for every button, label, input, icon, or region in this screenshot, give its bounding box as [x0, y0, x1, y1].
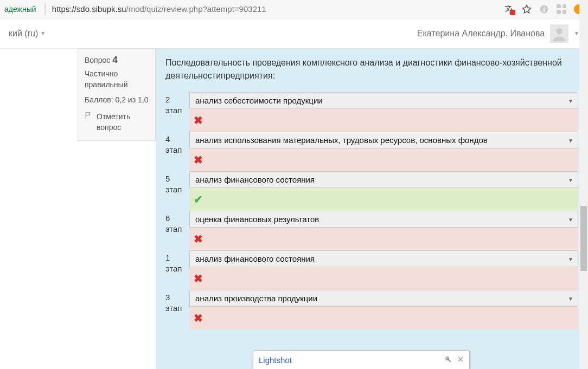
svg-marker-0	[523, 5, 531, 12]
answer-select-value: оценка финансовых результатов	[195, 215, 319, 224]
star-icon[interactable]	[522, 4, 532, 14]
answer-feedback: ✖	[189, 109, 578, 132]
answer-select[interactable]: анализ себестоимости продукции▼	[189, 92, 578, 109]
answer-select[interactable]: анализ финансового состояния▼	[189, 250, 578, 267]
answer-select-value: анализ производства продукции	[195, 294, 317, 303]
question-state: Частично правильный	[85, 69, 149, 90]
cross-icon: ✖	[194, 272, 203, 285]
cross-icon: ✖	[194, 232, 203, 245]
question-main: Последовательность проведения комплексно…	[156, 49, 588, 369]
row-label-number: 3	[165, 292, 184, 303]
url-path: /mod/quiz/review.php?attempt=903211	[126, 4, 266, 14]
row-label: 5этап	[165, 171, 184, 195]
url-domain: https://sdo.sibupk.su	[52, 4, 126, 14]
flag-question-link[interactable]: Отметить вопрос	[85, 112, 149, 133]
answer-feedback: ✖	[189, 228, 578, 250]
scrollbar-thumb[interactable]	[580, 206, 587, 271]
question-title: Вопрос 4	[85, 55, 149, 66]
row-label-word: этап	[165, 184, 184, 195]
check-icon: ✔	[194, 193, 203, 206]
question-number: 4	[112, 55, 117, 65]
language-label: кий (ru)	[9, 29, 38, 38]
svg-point-2	[556, 28, 562, 34]
translate-icon[interactable]	[504, 4, 514, 14]
browser-address-bar: адежный │ https://sdo.sibupk.su /mod/qui…	[0, 0, 588, 18]
chevron-down-icon: ▼	[574, 30, 579, 36]
row-label: 4этап	[165, 132, 184, 155]
user-menu[interactable]: Екатерина Александр. Иванова ▼	[417, 24, 579, 43]
answer-row: 1этапанализ финансового состояния▼✖	[165, 250, 578, 290]
answer-row: 2этапанализ себестоимости продукции▼✖	[165, 92, 578, 132]
chevron-down-icon: ▼	[568, 137, 573, 143]
row-label-word: этап	[165, 263, 184, 274]
answer-rows: 2этапанализ себестоимости продукции▼✖4эт…	[165, 92, 578, 329]
cross-icon: ✖	[194, 153, 203, 166]
lightshot-title: Lightshot	[259, 355, 292, 365]
question-info-block: Вопрос 4 Частично правильный Баллов: 0,2…	[78, 49, 156, 141]
row-label-number: 4	[165, 134, 184, 145]
question-label: Вопрос	[85, 56, 110, 64]
row-body: оценка финансовых результатов▼✖	[189, 211, 578, 250]
answer-select-value: анализ себестоимости продукции	[195, 96, 323, 105]
row-label: 1этап	[165, 250, 184, 274]
answer-feedback: ✖	[189, 267, 578, 290]
answer-select[interactable]: анализ использования материальных, трудо…	[189, 132, 578, 148]
user-name: Екатерина Александр. Иванова	[417, 29, 545, 38]
row-body: анализ использования материальных, трудо…	[189, 132, 578, 171]
row-label-word: этап	[165, 145, 184, 156]
answer-feedback: ✔	[189, 188, 578, 211]
row-label-number: 5	[165, 173, 184, 184]
download-icon[interactable]	[539, 4, 549, 14]
question-info-column: Вопрос 4 Частично правильный Баллов: 0,2…	[0, 49, 156, 369]
row-body: анализ финансового состояния▼✖	[189, 250, 578, 290]
answer-row: 5этапанализ финансового состояния▼✔	[165, 171, 578, 211]
question-text: Последовательность проведения комплексно…	[165, 56, 578, 82]
answer-row: 6этапоценка финансовых результатов▼✖	[165, 211, 578, 250]
row-label-number: 6	[165, 213, 184, 224]
row-body: анализ себестоимости продукции▼✖	[189, 92, 578, 132]
answer-select[interactable]: оценка финансовых результатов▼	[189, 211, 578, 228]
url-divider: │	[40, 3, 52, 15]
row-label-word: этап	[165, 105, 184, 116]
language-menu[interactable]: кий (ru) ▼	[9, 29, 46, 38]
answer-select-value: анализ финансового состояния	[195, 254, 315, 263]
cross-icon: ✖	[194, 114, 203, 127]
row-label: 3этап	[165, 290, 184, 313]
cross-icon: ✖	[194, 312, 203, 325]
vertical-scrollbar[interactable]	[579, 0, 588, 369]
lightshot-panel: Lightshot	[253, 351, 470, 369]
chevron-down-icon: ▼	[40, 30, 46, 36]
answer-row: 4этапанализ использования материальных, …	[165, 132, 578, 171]
chevron-down-icon: ▼	[568, 216, 573, 222]
apps-icon[interactable]	[557, 4, 566, 14]
page-content: Вопрос 4 Частично правильный Баллов: 0,2…	[0, 49, 588, 369]
url-input[interactable]: https://sdo.sibupk.su /mod/quiz/review.p…	[52, 4, 504, 14]
row-label: 6этап	[165, 211, 184, 234]
chevron-down-icon: ▼	[568, 98, 573, 103]
chevron-down-icon: ▼	[568, 295, 573, 301]
chevron-down-icon: ▼	[568, 256, 573, 262]
answer-select-value: анализ использования материальных, трудо…	[195, 135, 488, 145]
row-label-word: этап	[165, 303, 184, 314]
flag-label: Отметить вопрос	[97, 112, 149, 133]
chrome-toolbar-icons	[504, 4, 584, 14]
answer-row: 3этапанализ производства продукции▼✖	[165, 290, 578, 329]
row-label-word: этап	[165, 224, 184, 235]
answer-select[interactable]: анализ производства продукции▼	[189, 290, 578, 307]
answer-select[interactable]: анализ финансового состояния▼	[189, 171, 578, 188]
security-label: адежный	[4, 5, 40, 14]
answer-feedback: ✖	[189, 148, 578, 171]
avatar	[550, 24, 568, 43]
close-icon[interactable]	[457, 355, 464, 365]
answer-select-value: анализ финансового состояния	[195, 175, 315, 184]
wrench-icon[interactable]	[444, 355, 452, 365]
row-body: анализ финансового состояния▼✔	[189, 171, 578, 211]
chevron-down-icon: ▼	[568, 177, 573, 183]
row-body: анализ производства продукции▼✖	[189, 290, 578, 329]
flag-icon	[85, 112, 92, 133]
row-label: 2этап	[165, 92, 184, 115]
question-marks: Баллов: 0,2 из 1,0	[85, 95, 149, 104]
row-label-number: 1	[165, 253, 184, 263]
site-top-bar: кий (ru) ▼ Екатерина Александр. Иванова …	[0, 18, 588, 49]
answer-feedback: ✖	[189, 307, 578, 329]
